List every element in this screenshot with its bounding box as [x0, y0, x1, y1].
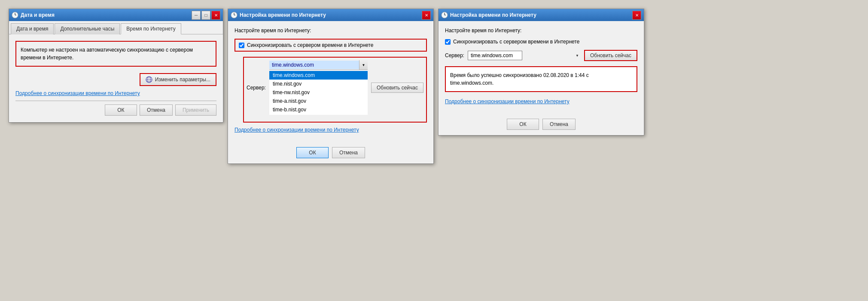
maximize-button-1[interactable]: □: [201, 11, 210, 20]
ok-button-1[interactable]: ОК: [105, 104, 137, 116]
server-label-2: Сервер:: [247, 85, 266, 91]
ok-button-2[interactable]: ОК: [296, 147, 329, 158]
success-message-box: Время было успешно синхронизовано 02.08.…: [445, 66, 637, 92]
update-now-button-2[interactable]: Обновить сейчас: [371, 83, 423, 93]
title-controls-1: ─ □ ✕: [192, 11, 220, 20]
dropdown-selected-2: time.windows.com: [269, 61, 359, 69]
sync-checkbox-row-2: Синхронизировать с сервером времени в Ин…: [235, 39, 427, 52]
window1-content: Компьютер не настроен на автоматическую …: [9, 34, 223, 122]
title-bar-left-2: Настройка времени по Интернету: [231, 12, 326, 18]
close-button-1[interactable]: ✕: [211, 11, 220, 20]
sync-label-2: Синхронизировать с сервером времени в Ин…: [247, 42, 373, 48]
dialog-title-2: Настройте время по Интернету:: [235, 28, 427, 34]
server-label-3: Сервер:: [445, 52, 464, 58]
window-internet-time-3: Настройка времени по Интернету ✕ Настрой…: [438, 9, 644, 135]
server-select-3[interactable]: time.windows.com: [468, 51, 522, 60]
cancel-button-2[interactable]: Отмена: [332, 147, 365, 158]
dialog-footer-3: ОК Отмена: [439, 115, 644, 135]
title-text-1: Дата и время: [21, 12, 55, 18]
title-bar-3: Настройка времени по Интернету ✕: [439, 9, 644, 21]
dropdown-item-1[interactable]: time.nist.gov: [269, 80, 368, 88]
tab-datetime[interactable]: Дата и время: [11, 23, 54, 34]
dropdown-item-2[interactable]: time-nw.nist.gov: [269, 88, 368, 97]
dropdown-header-2[interactable]: time.windows.com ▼: [269, 60, 368, 70]
success-message: Время было успешно синхронизовано 02.08.…: [450, 71, 632, 87]
title-text-3: Настройка времени по Интернету: [450, 12, 536, 18]
globe-icon: [146, 76, 152, 83]
close-button-2[interactable]: ✕: [422, 11, 431, 20]
title-controls-3: ✕: [632, 11, 641, 20]
change-params-button[interactable]: Изменить параметры...: [140, 73, 216, 86]
no-sync-message-box: Компьютер не настроен на автоматическую …: [15, 41, 216, 67]
window-datetime: Дата и время ─ □ ✕ Дата и время Дополнит…: [9, 9, 223, 123]
sync-checkbox-2[interactable]: [239, 43, 244, 48]
dropdown-wrapper-2: time.windows.com ▼ time.windows.com time…: [269, 60, 368, 115]
sync-checkbox-3[interactable]: [445, 39, 451, 45]
server-section-2: Сервер: time.windows.com ▼ time.windows.…: [243, 57, 427, 123]
clock-icon-3: [441, 12, 448, 18]
ok-button-3[interactable]: ОК: [507, 119, 539, 130]
dropdown-arrow-2[interactable]: ▼: [359, 60, 368, 70]
dropdown-item-3[interactable]: time-a.nist.gov: [269, 97, 368, 105]
dialog-footer-2: ОК Отмена: [228, 144, 433, 163]
title-text-2: Настройка времени по Интернету: [240, 12, 326, 18]
title-bar-left-1: Дата и время: [12, 12, 55, 18]
tab-extra-clocks[interactable]: Дополнительные часы: [55, 23, 120, 34]
learn-more-link-3[interactable]: Подробнее о синхронизации времени по Инт…: [445, 98, 637, 104]
server-row-2: Сервер: time.windows.com ▼ time.windows.…: [247, 60, 423, 115]
server-row-3: Сервер: time.windows.com Обновить сейчас: [445, 50, 637, 61]
cancel-button-1[interactable]: Отмена: [140, 104, 173, 116]
clock-icon: [12, 12, 18, 18]
title-bar-1: Дата и время ─ □ ✕: [9, 9, 223, 21]
minimize-button-1[interactable]: ─: [192, 11, 201, 20]
learn-more-link-1[interactable]: Подробнее о синхронизации времени по Инт…: [15, 90, 216, 96]
learn-more-link-2[interactable]: Подробнее о синхронизации времени по Инт…: [235, 127, 427, 133]
tab-internet-time[interactable]: Время по Интернету: [121, 23, 181, 34]
no-sync-message: Компьютер не настроен на автоматическую …: [21, 46, 211, 61]
sync-checkbox-row-3: Синхронизировать с сервером времени в Ин…: [445, 39, 637, 45]
dropdown-item-0[interactable]: time.windows.com: [269, 71, 368, 80]
select-wrapper-3: time.windows.com: [468, 51, 581, 60]
dialog-content-3: Настройте время по Интернету: Синхронизи…: [439, 21, 644, 115]
window-internet-time-2: Настройка времени по Интернету ✕ Настрой…: [228, 9, 434, 164]
dropdown-list-2: time.windows.com time.nist.gov time-nw.n…: [269, 70, 368, 115]
update-now-button-3[interactable]: Обновить сейчас: [584, 50, 637, 61]
dropdown-item-4[interactable]: time-b.nist.gov: [269, 105, 368, 114]
button-row-1: ОК Отмена Применить: [15, 101, 216, 116]
close-button-3[interactable]: ✕: [632, 11, 641, 20]
clock-icon-2: [231, 12, 238, 18]
dialog-content-2: Настройте время по Интернету: Синхронизи…: [228, 21, 433, 144]
change-params-label: Изменить параметры...: [155, 77, 210, 83]
title-bar-2: Настройка времени по Интернету ✕: [228, 9, 433, 21]
dialog-title-3: Настройте время по Интернету:: [445, 28, 637, 34]
title-controls-2: ✕: [422, 11, 431, 20]
cancel-button-3[interactable]: Отмена: [542, 119, 576, 130]
apply-button-1[interactable]: Применить: [175, 104, 216, 116]
sync-label-3: Синхронизировать с сервером времени в Ин…: [453, 39, 579, 45]
tab-bar-1: Дата и время Дополнительные часы Время п…: [9, 21, 223, 34]
title-bar-left-3: Настройка времени по Интернету: [441, 12, 536, 18]
